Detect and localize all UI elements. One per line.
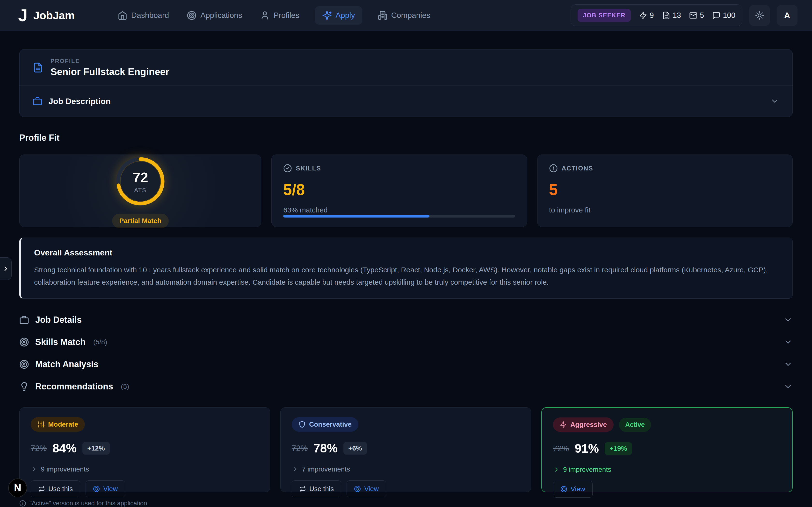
section-match-analysis[interactable]: Match Analysis	[19, 353, 793, 376]
main-content: PROFILE Senior Fullstack Engineer Job De…	[0, 49, 812, 507]
swap-icon	[299, 486, 306, 492]
aggressive-badge: Aggressive	[553, 417, 614, 432]
view-target-icon	[354, 486, 361, 492]
nav-label: Apply	[336, 11, 355, 20]
document-icon	[33, 62, 43, 73]
use-this-label: Use this	[48, 485, 73, 493]
section-recommendations[interactable]: Recommendations (5)	[19, 376, 793, 398]
section-label: Job Details	[35, 315, 82, 325]
account-status-pill: JOB SEEKER 9 13 5 100	[570, 4, 743, 26]
resume-version-cards: Moderate 72% 84% +12% 9 improvements Use…	[19, 407, 793, 492]
profile-summary-card: PROFILE Senior Fullstack Engineer Job De…	[19, 49, 793, 117]
jobjam-logo-icon: J	[18, 7, 27, 24]
active-badge: Active	[619, 418, 651, 432]
nav-item-companies[interactable]: Companies	[375, 6, 433, 24]
bolt-icon	[639, 11, 647, 19]
new-score: 84%	[52, 441, 77, 455]
active-note-text: "Active" version is used for this applic…	[30, 500, 149, 507]
profile-label: PROFILE	[51, 58, 169, 64]
improvements-toggle[interactable]: 9 improvements	[553, 466, 781, 473]
dev-tools-badge[interactable]: N	[8, 478, 27, 497]
sparkles-icon	[322, 11, 332, 20]
brand[interactable]: J JobJam	[18, 7, 75, 24]
swap-icon	[38, 486, 45, 492]
view-button[interactable]: View	[553, 481, 593, 498]
section-job-details[interactable]: Job Details	[19, 309, 793, 331]
nav-label: Companies	[391, 11, 430, 20]
stat-value: 100	[723, 11, 735, 20]
briefcase-icon	[19, 315, 29, 325]
score-row: 72% 84% +12%	[31, 441, 259, 455]
improvements-label: 9 improvements	[563, 466, 611, 473]
old-score: 72%	[31, 444, 47, 453]
skills-value: 5/8	[283, 181, 515, 199]
actions-header-label: ACTIONS	[562, 165, 593, 172]
info-icon	[19, 500, 26, 507]
section-count: (5)	[121, 383, 129, 390]
view-label: View	[570, 485, 585, 493]
actions-card-header: ACTIONS	[549, 164, 781, 173]
use-this-button[interactable]: Use this	[292, 481, 341, 497]
overall-assessment-card: Overall Assessment Strong technical foun…	[19, 237, 793, 299]
nav-item-profiles[interactable]: Profiles	[258, 6, 302, 24]
delta-badge: +6%	[343, 442, 367, 455]
section-label: Recommendations	[35, 382, 113, 392]
badge-row: Conservative	[292, 417, 520, 432]
job-description-toggle[interactable]: Job Description	[19, 86, 793, 117]
view-target-icon	[560, 486, 567, 493]
conservative-badge: Conservative	[292, 417, 358, 432]
view-button[interactable]: View	[347, 481, 386, 497]
score-row: 72% 78% +6%	[292, 441, 520, 455]
version-name: Aggressive	[570, 421, 607, 429]
ats-score-label: ATS	[134, 187, 146, 193]
chevron-right-icon	[553, 466, 560, 473]
brand-name: JobJam	[33, 9, 75, 22]
file-icon	[662, 11, 670, 19]
collapsible-sections: Job Details Skills Match (5/8) Match Ana…	[19, 309, 793, 398]
view-button[interactable]: View	[86, 481, 125, 497]
nav-label: Dashboard	[131, 11, 169, 20]
skills-progress-fill	[283, 215, 429, 218]
active-version-note: "Active" version is used for this applic…	[19, 500, 793, 507]
skills-progress-track	[283, 215, 515, 218]
job-description-label: Job Description	[49, 97, 111, 106]
ats-gauge: 72 ATS	[112, 153, 168, 209]
view-label: View	[364, 485, 379, 493]
badge-row: Aggressive Active	[553, 417, 781, 432]
version-card-conservative: Conservative 72% 78% +6% 7 improvements …	[280, 407, 531, 492]
version-card-moderate: Moderate 72% 84% +12% 9 improvements Use…	[19, 407, 270, 492]
actions-value: 5	[549, 181, 781, 199]
version-buttons: Use this View	[31, 481, 259, 497]
theme-toggle-button[interactable]	[749, 5, 770, 26]
skills-subtext: 63% matched	[283, 206, 515, 214]
chevron-down-icon	[770, 97, 779, 106]
use-this-button[interactable]: Use this	[31, 481, 80, 497]
stat-value: 9	[650, 11, 654, 20]
check-circle-icon	[283, 164, 292, 173]
skills-card-header: SKILLS	[283, 164, 515, 173]
nav-item-apply[interactable]: Apply	[315, 6, 362, 24]
chevron-right-icon	[292, 466, 298, 473]
improvements-toggle[interactable]: 7 improvements	[292, 465, 520, 473]
stat-value: 13	[673, 11, 681, 20]
skills-header-label: SKILLS	[296, 165, 321, 172]
version-buttons: View	[553, 481, 781, 498]
target-icon	[19, 337, 29, 347]
improvements-label: 9 improvements	[41, 465, 89, 473]
badge-row: Moderate	[31, 417, 259, 432]
improvements-label: 7 improvements	[302, 465, 350, 473]
navbar-right: JOB SEEKER 9 13 5 100 A	[570, 4, 798, 26]
nav-item-dashboard[interactable]: Dashboard	[115, 6, 171, 24]
stat-documents: 13	[662, 11, 681, 20]
top-navbar: J JobJam Dashboard Applications Profiles…	[0, 0, 812, 31]
ats-gauge-center: 72 ATS	[112, 153, 168, 209]
avatar[interactable]: A	[777, 5, 798, 26]
old-score: 72%	[553, 444, 569, 453]
nav-item-applications[interactable]: Applications	[185, 6, 245, 24]
improvements-toggle[interactable]: 9 improvements	[31, 465, 259, 473]
profile-row: PROFILE Senior Fullstack Engineer	[19, 50, 793, 86]
stat-value: 5	[700, 11, 704, 20]
section-skills-match[interactable]: Skills Match (5/8)	[19, 331, 793, 353]
sidebar-expand-tab[interactable]	[0, 258, 12, 280]
new-score: 78%	[313, 441, 338, 455]
